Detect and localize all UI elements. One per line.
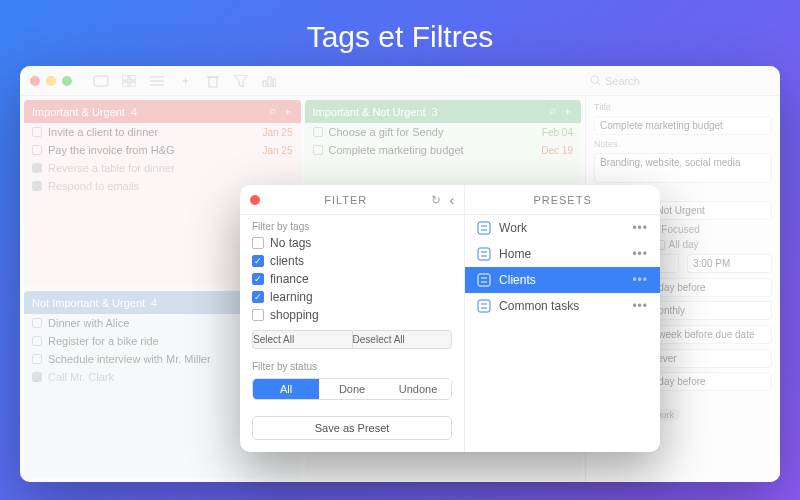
repeat-select[interactable]: Monthly (644, 301, 772, 320)
modal-title: FILTER (260, 194, 431, 206)
svg-point-14 (591, 76, 598, 83)
svg-rect-4 (130, 82, 136, 87)
tag-label: finance (270, 272, 309, 286)
checkbox-icon[interactable] (32, 145, 42, 155)
grid-view-icon[interactable] (120, 74, 138, 88)
checkbox-icon (252, 309, 264, 321)
inbox-icon[interactable] (92, 74, 110, 88)
tag-checkbox[interactable]: ✓finance (252, 270, 452, 288)
task-label: Dinner with Alice (48, 317, 129, 329)
checkbox-icon[interactable] (32, 318, 42, 328)
search-icon[interactable]: ⌕ (269, 104, 276, 119)
tag-checkbox[interactable]: ✓learning (252, 288, 452, 306)
task-label: Complete marketing budget (329, 144, 464, 156)
hero-title: Tags et Filtres (0, 0, 800, 54)
svg-line-15 (597, 82, 600, 85)
search-placeholder: Search (605, 75, 640, 87)
quadrant-header: Important & Not Urgent 3 ⌕＋ (305, 100, 582, 123)
checkbox-icon[interactable] (32, 336, 42, 346)
status-done-button[interactable]: Done (319, 379, 385, 399)
title-field[interactable]: Complete marketing budget (594, 116, 772, 135)
add-task-icon[interactable]: ＋ (282, 104, 293, 119)
add-task-icon[interactable]: ＋ (562, 104, 573, 119)
status-undone-button[interactable]: Undone (385, 379, 451, 399)
more-icon[interactable]: ••• (632, 273, 648, 287)
checkbox-icon (252, 237, 264, 249)
section-label: Filter by status (240, 355, 464, 374)
end-repeat-select[interactable]: Never (644, 349, 772, 368)
titlebar: ＋ Search (20, 66, 780, 96)
checkbox-icon[interactable]: ✓ (32, 181, 42, 191)
task-row[interactable]: Choose a gift for SendyFeb 04 (305, 123, 582, 141)
preset-item[interactable]: Common tasks ••• (465, 293, 660, 319)
task-label: Register for a bike ride (48, 335, 159, 347)
back-icon[interactable]: ‹ (449, 192, 454, 208)
filter-modal: FILTER ↻ ‹ Filter by tags No tags ✓clien… (240, 185, 660, 452)
task-due: Dec 19 (541, 145, 573, 156)
status-all-button[interactable]: All (253, 379, 319, 399)
svg-rect-2 (130, 75, 136, 80)
add-icon[interactable]: ＋ (176, 74, 194, 88)
checkbox-icon: ✓ (252, 291, 264, 303)
more-icon[interactable]: ••• (632, 299, 648, 313)
all-day-checkbox[interactable]: All day (655, 239, 699, 250)
delete-icon[interactable] (204, 74, 222, 88)
select-all-button[interactable]: Select All (252, 330, 352, 349)
svg-marker-10 (234, 75, 248, 87)
more-icon[interactable]: ••• (632, 247, 648, 261)
tag-checkbox[interactable]: shopping (252, 306, 452, 324)
checkbox-icon[interactable] (32, 354, 42, 364)
field-label: Title (594, 102, 772, 112)
stats-icon[interactable] (260, 74, 278, 88)
search-field[interactable]: Search (590, 75, 770, 87)
tag-checkbox[interactable]: ✓clients (252, 252, 452, 270)
save-preset-button[interactable]: Save as Preset (252, 416, 452, 440)
time-field[interactable]: 3:00 PM (687, 254, 772, 273)
preset-label: Clients (499, 273, 536, 287)
list-icon (477, 221, 491, 235)
checkbox-label: All day (669, 239, 699, 250)
svg-rect-25 (478, 300, 490, 312)
remind-select[interactable]: 1 day before (644, 372, 772, 391)
checkbox-icon[interactable] (32, 127, 42, 137)
svg-rect-0 (94, 76, 108, 86)
tag-checkbox[interactable]: No tags (252, 234, 452, 252)
checkbox-icon[interactable] (313, 127, 323, 137)
minimize-icon[interactable] (46, 76, 56, 86)
toolbar-icons: ＋ (92, 74, 278, 88)
traffic-lights (30, 76, 72, 86)
search-icon[interactable]: ⌕ (549, 104, 556, 119)
close-icon[interactable] (250, 195, 260, 205)
task-row[interactable]: Pay the invoice from H&GJan 25 (24, 141, 301, 159)
svg-rect-3 (122, 82, 128, 87)
close-icon[interactable] (30, 76, 40, 86)
task-row[interactable]: ✓Reverse a table for dinner (24, 159, 301, 177)
quadrant-count: 4 (131, 106, 137, 118)
checkbox-icon[interactable]: ✓ (32, 163, 42, 173)
quadrant-header: Important & Urgent 4 ⌕＋ (24, 100, 301, 123)
create-select[interactable]: 1 week before due date (644, 325, 772, 344)
list-icon (477, 273, 491, 287)
move-select[interactable]: 1 day before (644, 278, 772, 297)
svg-rect-22 (478, 274, 490, 286)
preset-item[interactable]: Home ••• (465, 241, 660, 267)
reset-icon[interactable]: ↻ (431, 193, 441, 207)
list-view-icon[interactable] (148, 74, 166, 88)
task-label: Call Mr. Clark (48, 371, 114, 383)
checkbox-icon[interactable] (313, 145, 323, 155)
preset-item[interactable]: Clients ••• (465, 267, 660, 293)
preset-item[interactable]: Work ••• (465, 215, 660, 241)
zoom-icon[interactable] (62, 76, 72, 86)
status-segment: All Done Undone (252, 378, 452, 400)
filter-icon[interactable] (232, 74, 250, 88)
deselect-all-button[interactable]: Deselect All (352, 330, 453, 349)
more-icon[interactable]: ••• (632, 221, 648, 235)
task-row[interactable]: Invite a client to dinnerJan 25 (24, 123, 301, 141)
select-button-group: Select All Deselect All (252, 330, 452, 349)
modal-title: PRESETS (475, 194, 650, 206)
checkbox-icon[interactable]: ✓ (32, 372, 42, 382)
list-icon (477, 247, 491, 261)
task-row[interactable]: Complete marketing budgetDec 19 (305, 141, 582, 159)
preset-label: Work (499, 221, 527, 235)
notes-field[interactable]: Branding, website, social media (594, 153, 772, 183)
